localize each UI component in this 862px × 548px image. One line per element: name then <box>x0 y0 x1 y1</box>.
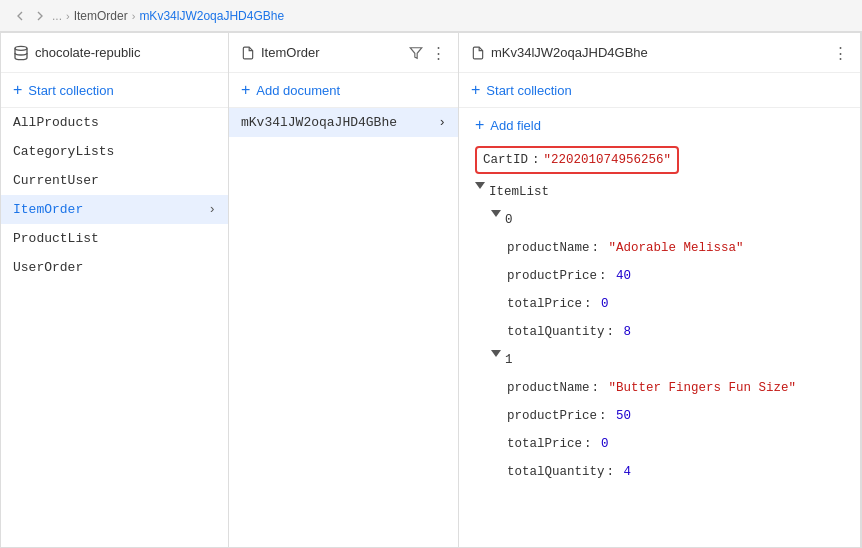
colon: : <box>607 322 615 342</box>
collection-icon <box>241 46 255 60</box>
start-collection-label: Start collection <box>28 83 113 98</box>
productprice0-row: productPrice : 40 <box>459 262 860 290</box>
nav-item-label: CategoryLists <box>13 144 114 159</box>
plus-icon: + <box>471 81 480 99</box>
colon: : <box>599 406 607 426</box>
productname0-value: "Adorable Melissa" <box>601 238 744 258</box>
totalquantity1-key: totalQuantity <box>507 462 605 482</box>
doc-title-text: mKv34lJW2oqaJHD4GBhe <box>491 45 648 60</box>
cartid-colon: : <box>532 150 540 170</box>
index0-key: 0 <box>505 210 513 230</box>
plus-icon: + <box>241 81 250 99</box>
productprice1-row: productPrice : 50 <box>459 402 860 430</box>
panel-right-header: mKv34lJW2oqaJHD4GBhe ⋮ <box>459 33 860 73</box>
nav-item-currentuser[interactable]: CurrentUser <box>1 166 228 195</box>
totalquantity0-value: 8 <box>616 322 631 342</box>
panel-right-icons: ⋮ <box>833 44 848 62</box>
itemlist-row: ItemList <box>459 178 860 206</box>
start-collection-right-label: Start collection <box>486 83 571 98</box>
productname1-value: "Butter Fingers Fun Size" <box>601 378 796 398</box>
index1-row: 1 <box>459 346 860 374</box>
database-icon <box>13 45 29 61</box>
colon: : <box>599 266 607 286</box>
nav-item-label: AllProducts <box>13 115 99 130</box>
totalprice0-key: totalPrice <box>507 294 582 314</box>
colon: : <box>584 294 592 314</box>
nav-item-allproducts[interactable]: AllProducts <box>1 108 228 137</box>
productname0-row: productName : "Adorable Melissa" <box>459 234 860 262</box>
colon: : <box>607 462 615 482</box>
db-title-text: chocolate-republic <box>35 45 141 60</box>
nav-item-productlist[interactable]: ProductList <box>1 224 228 253</box>
plus-icon: + <box>475 116 484 134</box>
nav-back-icon[interactable] <box>12 8 28 24</box>
add-field-button[interactable]: + Add field <box>459 108 860 142</box>
cartid-row: CartID : "220201074956256" <box>459 142 860 178</box>
totalquantity1-value: 4 <box>616 462 631 482</box>
productname0-key: productName <box>507 238 590 258</box>
chevron-right-icon: › <box>208 202 216 217</box>
data-panel: + Start collection + Add field CartID : … <box>459 73 860 486</box>
productname1-key: productName <box>507 378 590 398</box>
totalquantity1-row: totalQuantity : 4 <box>459 458 860 486</box>
nav-item-userorder[interactable]: UserOrder <box>1 253 228 282</box>
panel-mid-header: ItemOrder ⋮ <box>229 33 458 73</box>
svg-point-0 <box>15 46 27 50</box>
expand-index1-icon[interactable] <box>491 350 501 357</box>
index1-key: 1 <box>505 350 513 370</box>
nav-item-categorylists[interactable]: CategoryLists <box>1 137 228 166</box>
totalprice0-value: 0 <box>594 294 609 314</box>
collection-title-text: ItemOrder <box>261 45 320 60</box>
start-collection-button[interactable]: + Start collection <box>1 73 228 108</box>
totalprice1-row: totalPrice : 0 <box>459 430 860 458</box>
cartid-key: CartID <box>483 150 528 170</box>
breadcrumb-item-doc: mKv34lJW2oqaJHD4GBhe <box>139 9 284 23</box>
add-field-label: Add field <box>490 118 541 133</box>
add-document-label: Add document <box>256 83 340 98</box>
productprice1-key: productPrice <box>507 406 597 426</box>
panel-right: mKv34lJW2oqaJHD4GBhe ⋮ + Start collectio… <box>459 33 861 547</box>
colon: : <box>584 434 592 454</box>
more-icon[interactable]: ⋮ <box>431 44 446 62</box>
nav-item-label: ProductList <box>13 231 99 246</box>
svg-marker-1 <box>410 47 422 58</box>
productprice0-key: productPrice <box>507 266 597 286</box>
doc-title: mKv34lJW2oqaJHD4GBhe <box>471 45 648 60</box>
plus-icon: + <box>13 81 22 99</box>
breadcrumb-sep1: › <box>66 10 70 22</box>
breadcrumb-item-collection[interactable]: ItemOrder <box>74 9 128 23</box>
totalprice1-key: totalPrice <box>507 434 582 454</box>
doc-id-text: mKv34lJW2oqaJHD4GBhe <box>241 115 397 130</box>
collection-title: ItemOrder <box>241 45 320 60</box>
main-container: chocolate-republic + Start collection Al… <box>0 32 862 548</box>
productprice0-value: 40 <box>609 266 632 286</box>
db-title: chocolate-republic <box>13 45 141 61</box>
breadcrumb: ... › ItemOrder › mKv34lJW2oqaJHD4GBhe <box>0 0 862 32</box>
breadcrumb-ellipsis: ... <box>52 9 62 23</box>
start-collection-right-button[interactable]: + Start collection <box>459 73 860 108</box>
totalprice0-row: totalPrice : 0 <box>459 290 860 318</box>
nav-list: AllProducts CategoryLists CurrentUser It… <box>1 108 228 282</box>
nav-forward-icon[interactable] <box>32 8 48 24</box>
expand-itemlist-icon[interactable] <box>475 182 485 189</box>
more-icon-right[interactable]: ⋮ <box>833 44 848 62</box>
nav-item-label: ItemOrder <box>13 202 83 217</box>
panel-left-header: chocolate-republic <box>1 33 228 73</box>
filter-icon[interactable] <box>409 46 423 60</box>
doc-item[interactable]: mKv34lJW2oqaJHD4GBhe › <box>229 108 458 137</box>
panel-left: chocolate-republic + Start collection Al… <box>1 33 229 547</box>
productprice1-value: 50 <box>609 406 632 426</box>
itemlist-key: ItemList <box>489 182 549 202</box>
nav-item-label: UserOrder <box>13 260 83 275</box>
totalprice1-value: 0 <box>594 434 609 454</box>
index0-row: 0 <box>459 206 860 234</box>
chevron-right-icon: › <box>438 115 446 130</box>
nav-item-itemorder[interactable]: ItemOrder › <box>1 195 228 224</box>
document-icon <box>471 46 485 60</box>
totalquantity0-row: totalQuantity : 8 <box>459 318 860 346</box>
colon: : <box>592 238 600 258</box>
totalquantity0-key: totalQuantity <box>507 322 605 342</box>
panel-mid: ItemOrder ⋮ + Add document mKv34lJW2oqaJ… <box>229 33 459 547</box>
add-document-button[interactable]: + Add document <box>229 73 458 108</box>
expand-index0-icon[interactable] <box>491 210 501 217</box>
